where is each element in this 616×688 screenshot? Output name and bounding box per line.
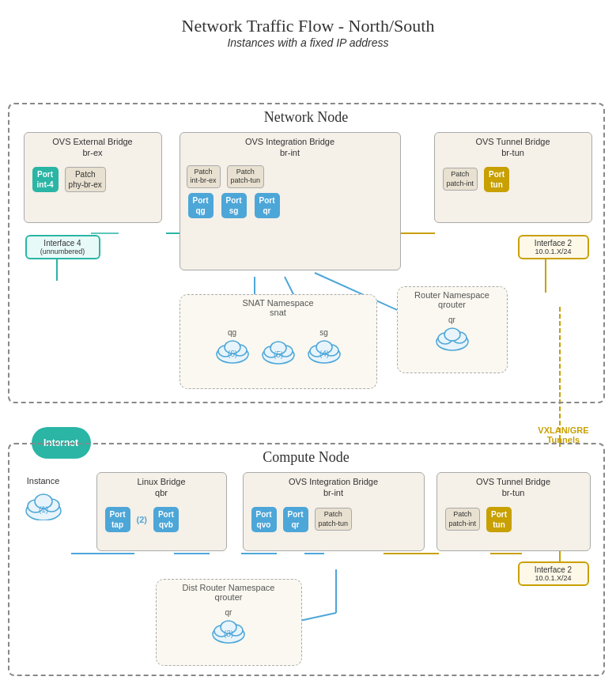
svg-text:(6): (6)	[227, 350, 236, 358]
vxlan-label: VXLAN/GRETunnels	[538, 425, 588, 444]
dist-router-label: Dist Router Namespaceqrouter	[157, 580, 301, 602]
ovs-tunnel-label-cn: OVS Tunnel Bridgebr-tun	[437, 473, 590, 499]
compute-node-label: Compute Node	[263, 449, 350, 466]
interface4-label: Interface 4	[31, 239, 95, 248]
port-qvb-cn: Portqvb	[153, 507, 179, 532]
interface4-sublabel: (unnumbered)	[31, 248, 95, 255]
port-int4: Portint-4	[32, 167, 59, 192]
port-qvo-cn: Portqvo	[251, 507, 277, 532]
ovs-tunnel-cn: OVS Tunnel Bridgebr-tun Patchpatch-int P…	[436, 472, 591, 551]
port-sg-nn: Portsg	[221, 193, 247, 218]
port-tun-cn: Porttun	[486, 507, 512, 532]
ovs-external-label: OVS External Bridge br-ex	[25, 133, 161, 159]
interface2-nn-sublabel: 10.0.1.X/24	[523, 248, 584, 255]
dist-qr-label: qr	[157, 608, 301, 617]
ovs-int-label-cn: OVS Integration Bridgebr-int	[244, 473, 424, 499]
linux-bridge-label: Linux Bridgeqbr	[97, 473, 226, 499]
main-title: Network Traffic Flow - North/South	[0, 8, 616, 36]
svg-point-39	[444, 328, 460, 341]
router-qr-label: qr	[398, 316, 507, 324]
svg-text:(1): (1)	[38, 505, 47, 514]
ovs-integration-cn: OVS Integration Bridgebr-int Portqvo Por…	[243, 472, 425, 551]
svg-text:(3): (3)	[224, 629, 233, 638]
snat-label: SNAT Namespacesnat	[180, 295, 376, 317]
dist-router-namespace: Dist Router Namespaceqrouter qr (3)	[156, 579, 302, 666]
port-qr-nn: Portqr	[255, 193, 280, 218]
interface2-nn-box: Interface 2 10.0.1.X/24	[518, 235, 589, 259]
svg-text:(5): (5)	[273, 350, 282, 359]
snat-sg-label: sg	[306, 328, 342, 337]
interface2-cn-sublabel: 10.0.1.X/24	[523, 574, 584, 582]
ovs-integration-bridge-nn: OVS Integration Bridge br-int Patchint-b…	[180, 132, 401, 270]
patch-patch-int-nn: Patchpatch-int	[443, 168, 478, 191]
snat-qg-label: qg	[214, 328, 251, 337]
svg-text:(4): (4)	[319, 350, 328, 358]
patch-patch-tun-cn: Patchpatch-tun	[315, 508, 353, 531]
patch-patch-int-cn: Patchpatch-int	[445, 508, 481, 531]
port-tun-nn: Porttun	[484, 167, 509, 192]
ovs-tunnel-label-nn: OVS Tunnel Bridge br-tun	[435, 133, 591, 159]
interface2-cn-box: Interface 2 10.0.1.X/24	[518, 561, 589, 586]
port-qg-nn: Portqg	[188, 193, 214, 218]
main-subtitle: Instances with a fixed IP address	[0, 36, 616, 49]
interface2-nn-label: Interface 2	[523, 239, 584, 248]
patch-patch-tun-nn: Patchpatch-tun	[227, 165, 265, 188]
port-qr-cn: Portqr	[283, 507, 308, 532]
instance-area: Instance (1)	[24, 476, 63, 524]
ovs-tunnel-bridge-nn: OVS Tunnel Bridge br-tun Patchpatch-int …	[434, 132, 592, 223]
snat-namespace: SNAT Namespacesnat qg (6)	[180, 294, 377, 389]
network-node-label: Network Node	[264, 109, 348, 126]
compute-node-box: Compute Node Instance (1) Linux Bridgeqb…	[8, 443, 605, 676]
ovs-integration-label-nn: OVS Integration Bridge br-int	[180, 133, 400, 159]
network-node-box: Network Node OVS External Bridge br-ex P…	[8, 103, 605, 403]
router-namespace-nn: Router Namespaceqrouter qr	[397, 286, 508, 373]
router-ns-label-nn: Router Namespaceqrouter	[398, 287, 507, 309]
num2: (2)	[137, 515, 147, 524]
ovs-external-bridge: OVS External Bridge br-ex Portint-4 Patc…	[24, 132, 162, 223]
patch-int-br-ex: Patchint-br-ex	[187, 165, 221, 188]
interface2-cn-label: Interface 2	[523, 565, 584, 574]
interface4-box: Interface 4 (unnumbered)	[25, 235, 100, 259]
instance-label: Instance	[24, 476, 63, 486]
patch-phy-br-ex: Patchphy-br-ex	[65, 167, 106, 192]
port-tap-cn: Porttap	[105, 507, 130, 532]
linux-bridge-cn: Linux Bridgeqbr Porttap (2) Portqvb	[96, 472, 227, 551]
